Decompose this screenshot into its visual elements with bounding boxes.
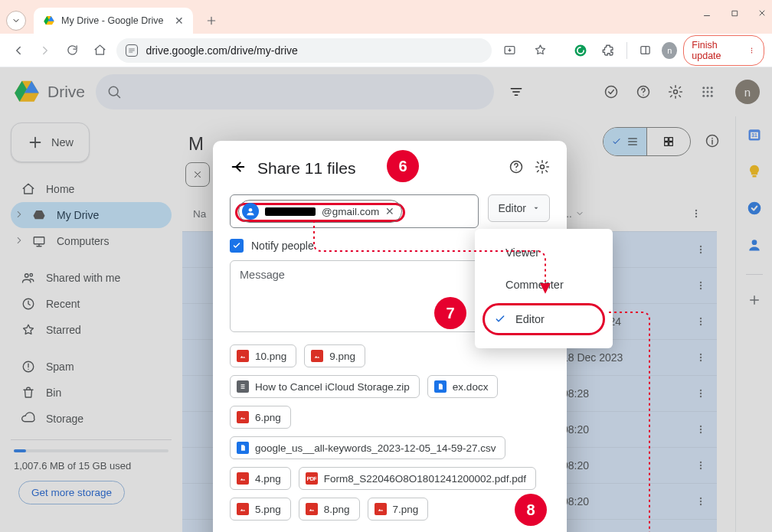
svg-point-4 [751, 47, 752, 48]
row-more-icon[interactable] [685, 279, 717, 292]
file-chip[interactable]: 6.png [230, 406, 291, 429]
row-more-icon[interactable] [685, 495, 717, 508]
chevron-right-icon[interactable] [14, 235, 25, 248]
svg-point-38 [700, 252, 702, 253]
contacts-addon-icon[interactable] [747, 237, 762, 256]
search-filters-icon[interactable] [505, 74, 528, 109]
bookmark-star-icon[interactable] [528, 39, 551, 62]
file-chip[interactable]: PDFForm8_S22046O8O1801241200002.pdf.pdf [299, 467, 536, 490]
drive-favicon [43, 15, 55, 27]
drive-wordmark: Drive [47, 83, 85, 101]
role-dropdown-button[interactable]: Editor [488, 194, 550, 222]
window-maximize-icon[interactable] [729, 8, 740, 18]
recipient-chip[interactable]: @gmail.com ✕ [238, 200, 402, 223]
dialog-help-icon[interactable] [509, 159, 524, 178]
account-avatar[interactable]: n [735, 80, 760, 104]
file-chip[interactable]: 9.png [304, 344, 365, 367]
row-more-icon[interactable] [685, 423, 717, 436]
sidebar-item-home[interactable]: Home [11, 176, 172, 202]
list-view-button[interactable] [604, 128, 646, 155]
google-apps-icon[interactable] [698, 83, 717, 101]
browser-tab[interactable]: My Drive - Google Drive ✕ [34, 8, 193, 34]
extensions-icon[interactable] [597, 39, 619, 62]
browser-home-icon[interactable] [90, 39, 111, 62]
site-settings-icon[interactable] [126, 44, 138, 57]
svg-point-53 [700, 432, 702, 433]
file-chip[interactable]: 8.png [299, 498, 360, 521]
url-text: drive.google.com/drive/my-drive [146, 44, 297, 57]
svg-point-56 [700, 468, 702, 469]
svg-point-17 [711, 91, 713, 93]
dialog-back-icon[interactable] [230, 158, 247, 178]
keep-addon-icon[interactable] [747, 164, 762, 182]
caret-down-icon [532, 204, 540, 212]
address-bar[interactable]: drive.google.com/drive/my-drive [116, 38, 492, 63]
nav-back-icon[interactable] [8, 39, 29, 62]
extension-grammarly-icon[interactable] [570, 39, 591, 62]
file-chip[interactable]: google_us__all-keywords_2023-12-05_14-59… [230, 436, 505, 459]
column-modified[interactable]: o... [558, 208, 680, 220]
row-more-icon[interactable] [685, 387, 717, 400]
window-close-icon[interactable] [757, 8, 767, 18]
settings-gear-icon[interactable] [666, 83, 685, 101]
remove-chip-icon[interactable]: ✕ [385, 205, 394, 217]
calendar-addon-icon[interactable]: 31 [747, 127, 762, 145]
install-app-icon[interactable] [498, 39, 521, 62]
sidebar-item-computers[interactable]: Computers [11, 228, 172, 254]
browser-profile-avatar[interactable]: n [662, 42, 677, 59]
close-tab-icon[interactable]: ✕ [175, 15, 184, 27]
svg-point-22 [25, 274, 29, 278]
row-more-icon[interactable] [685, 315, 717, 328]
svg-point-8 [606, 86, 617, 98]
sidebar-item-my-drive[interactable]: My Drive [11, 202, 172, 228]
file-chip[interactable]: 10.png [230, 344, 296, 367]
sidebar-item-spam[interactable]: Spam [11, 354, 172, 380]
sidebar-item-recent[interactable]: Recent [11, 291, 172, 317]
row-more-icon[interactable] [685, 351, 717, 364]
sidepanel-icon[interactable] [634, 39, 656, 62]
file-chip[interactable]: How to Cancel iCloud Storage.zip [230, 375, 420, 398]
sidebar-item-shared[interactable]: Shared with me [11, 265, 172, 291]
people-input[interactable]: @gmail.com ✕ [230, 194, 479, 228]
role-option-editor[interactable]: Editor [483, 303, 605, 335]
svg-point-45 [700, 354, 702, 355]
file-chip[interactable]: 4.png [230, 467, 291, 490]
role-option-viewer[interactable]: Viewer [475, 237, 613, 269]
row-more-icon[interactable] [685, 243, 717, 256]
get-addons-icon[interactable] [747, 293, 761, 310]
nav-forward-icon [35, 39, 57, 62]
drive-logo[interactable]: Drive [12, 77, 85, 106]
support-icon[interactable] [634, 83, 653, 101]
row-actions-header[interactable] [680, 207, 712, 220]
svg-point-26 [28, 369, 28, 370]
row-more-icon[interactable] [685, 459, 717, 472]
sidebar-item-storage[interactable]: Storage [11, 406, 172, 432]
view-details-icon[interactable] [705, 133, 720, 152]
window-minimize-icon[interactable] [702, 8, 712, 18]
grid-view-button[interactable] [647, 128, 690, 155]
file-chip[interactable]: 5.png [230, 498, 291, 521]
chevron-right-icon[interactable] [14, 209, 25, 222]
svg-point-58 [700, 501, 702, 502]
finish-update-button[interactable]: Finish update [683, 35, 764, 66]
search-input[interactable] [96, 74, 494, 109]
new-button[interactable]: New [11, 122, 90, 162]
tutorial-badge-6: 6 [387, 150, 419, 182]
clear-filters-button[interactable] [185, 162, 210, 187]
svg-point-57 [700, 498, 702, 499]
ready-offline-icon[interactable] [602, 83, 620, 101]
reload-icon[interactable] [62, 39, 83, 62]
get-more-storage-button[interactable]: Get more storage [18, 481, 125, 504]
svg-point-23 [30, 274, 32, 276]
tasks-addon-icon[interactable] [747, 201, 762, 219]
file-chip[interactable]: 7.png [368, 498, 429, 521]
file-chip[interactable]: ex.docx [427, 375, 499, 398]
tab-search-button[interactable] [6, 11, 26, 31]
toolbar-divider [626, 42, 627, 59]
sidebar-item-bin[interactable]: Bin [11, 380, 172, 406]
dialog-settings-icon[interactable] [535, 159, 550, 178]
new-tab-button[interactable] [201, 10, 222, 31]
view-toggle[interactable] [603, 127, 691, 156]
sidebar-item-starred[interactable]: Starred [11, 317, 172, 343]
role-option-commenter[interactable]: Commenter [475, 269, 613, 301]
